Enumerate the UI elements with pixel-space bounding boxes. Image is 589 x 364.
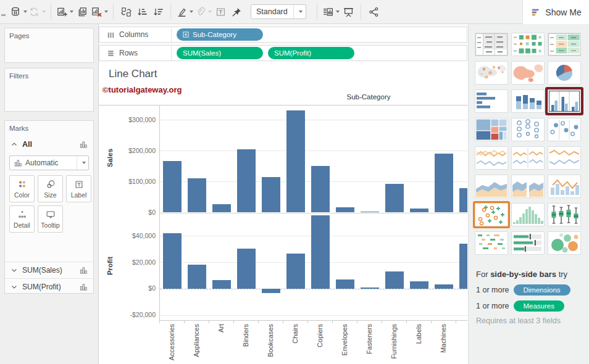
showme-side-by-side-circles[interactable] [548, 118, 581, 141]
bar-profit-furnishings[interactable] [385, 271, 404, 289]
refresh-button[interactable] [28, 4, 46, 20]
showme-dual-combination[interactable] [548, 175, 581, 198]
bar-profit-appliances[interactable] [188, 265, 206, 288]
showme-symbol-map[interactable] [475, 61, 508, 85]
sort-ascending-button[interactable] [135, 4, 149, 20]
sort-descending-button[interactable] [151, 4, 165, 20]
measure-mark-row[interactable]: SUM(Profit) [5, 278, 93, 295]
axis-tick [159, 321, 160, 323]
bar-sales-fasteners[interactable] [361, 212, 379, 213]
profit-axis-title: Profit [106, 247, 114, 284]
bar-sales-bookcases[interactable] [262, 177, 280, 213]
marks-color-button[interactable]: Color [9, 175, 35, 202]
showme-circle-views[interactable] [511, 118, 545, 141]
showme-lines-discrete[interactable] [511, 146, 545, 170]
share-button[interactable] [366, 4, 381, 20]
gantt-icon [475, 232, 508, 254]
marks-all-row[interactable]: All [5, 137, 93, 152]
dropdown-caret-icon [208, 10, 212, 13]
bar-profit-binders[interactable] [237, 249, 256, 289]
bar-sales-machines[interactable] [435, 154, 453, 212]
data-source-button[interactable] [10, 4, 27, 20]
axis-tick-label: $40,000 [101, 232, 156, 239]
showme-area-continuous[interactable] [475, 175, 508, 198]
view-mode-select[interactable]: Standard [251, 4, 306, 19]
category-label-text: Appliances [193, 324, 200, 357]
showme-dual-lines[interactable] [548, 146, 581, 170]
bar-profit-art[interactable] [212, 280, 231, 289]
bullet-graph-icon [512, 232, 544, 254]
pill-sum-sales-[interactable]: SUM(Sales) [177, 47, 263, 59]
showme-box-and-whisker[interactable] [548, 203, 581, 226]
side-by-side-bars-icon [548, 90, 580, 112]
marks-tooltip-button[interactable]: Tooltip [38, 205, 63, 233]
pill-sum-profit-[interactable]: SUM(Profit) [268, 47, 354, 59]
bar-profit-fasteners[interactable] [361, 287, 379, 289]
show-me-tab[interactable]: Show Me [522, 0, 589, 24]
bar-profit-bookcases[interactable] [262, 289, 280, 294]
showme-heat-map[interactable] [511, 33, 545, 56]
bar-sales-accessories[interactable] [163, 161, 182, 213]
bar-sales-furnishings[interactable] [385, 184, 404, 212]
bar-profit-machines[interactable] [435, 284, 453, 289]
clear-sheet-button[interactable] [91, 4, 108, 20]
columns-shelf[interactable]: Columns Sub-Category [99, 27, 467, 43]
showme-pie-chart[interactable] [548, 61, 581, 85]
bar-profit-labels[interactable] [410, 281, 428, 289]
mark-type-dropdown[interactable]: Automatic [9, 155, 89, 170]
bar-sales-paper[interactable] [459, 188, 467, 212]
showme-gantt[interactable] [475, 231, 508, 255]
showme-filled-map[interactable] [511, 61, 545, 85]
dual-combination-icon [548, 175, 580, 197]
presentation-mode-button[interactable] [341, 4, 356, 20]
show-mark-labels-button[interactable] [213, 4, 228, 20]
group-members-button[interactable] [194, 4, 212, 20]
showme-histogram[interactable] [511, 203, 545, 226]
bar-profit-chairs[interactable] [286, 254, 305, 289]
filters-shelf[interactable]: Filters [4, 68, 94, 112]
axis-tick [283, 321, 283, 323]
measure-mark-row[interactable]: SUM(Sales) [5, 262, 93, 278]
bar-sales-copiers[interactable] [311, 166, 330, 212]
showme-lines-continuous[interactable] [475, 146, 508, 170]
bar-sales-chairs[interactable] [286, 110, 305, 212]
bar-profit-paper[interactable] [459, 244, 467, 289]
bar-sales-labels[interactable] [410, 209, 428, 212]
showme-area-discrete[interactable] [511, 175, 545, 198]
bar-sales-art[interactable] [212, 204, 231, 213]
highlight-button[interactable] [176, 4, 193, 20]
swap-rows-columns-button[interactable] [119, 4, 133, 20]
showme-side-by-side-bars[interactable] [548, 89, 581, 113]
showme-horizontal-bars[interactable] [475, 89, 508, 113]
axis-tick [184, 321, 185, 323]
bar-sales-appliances[interactable] [188, 178, 206, 212]
bar-sales-binders[interactable] [237, 149, 256, 213]
marks-label-button[interactable]: Label [66, 175, 91, 202]
view-mode-value: Standard [251, 7, 293, 16]
requirement-count: 1 or more [476, 302, 509, 310]
showme-packed-bubbles[interactable] [548, 231, 581, 255]
showme-treemap[interactable] [475, 118, 508, 141]
fix-axes-button[interactable] [229, 4, 244, 20]
new-worksheet-button[interactable] [56, 4, 73, 20]
axis-tick-label: $0 [101, 209, 156, 216]
bar-profit-copiers[interactable] [311, 215, 330, 289]
fix-axes-icon [231, 6, 243, 18]
marks-size-button[interactable]: Size [38, 175, 63, 202]
showme-bullet-graph[interactable] [511, 231, 545, 255]
show-hide-cards-button[interactable] [322, 4, 340, 20]
showme-scatter-plot[interactable] [475, 203, 508, 226]
bar-sales-envelopes[interactable] [336, 207, 354, 212]
bar-profit-envelopes[interactable] [336, 279, 354, 289]
pill-sub-category[interactable]: Sub-Category [177, 28, 263, 41]
showme-highlight-table[interactable] [548, 33, 581, 56]
marks-button-label: Color [14, 191, 30, 199]
showme-text-table[interactable] [475, 33, 508, 56]
bar-profit-accessories[interactable] [163, 233, 182, 289]
marks-detail-button[interactable]: Detail [9, 205, 35, 233]
showme-stacked-bars[interactable] [511, 89, 545, 113]
pages-shelf[interactable]: Pages [4, 28, 94, 63]
rows-shelf[interactable]: Rows SUM(Sales)SUM(Profit) [99, 45, 467, 61]
gridline [160, 120, 467, 120]
duplicate-sheet-button[interactable] [75, 4, 90, 20]
